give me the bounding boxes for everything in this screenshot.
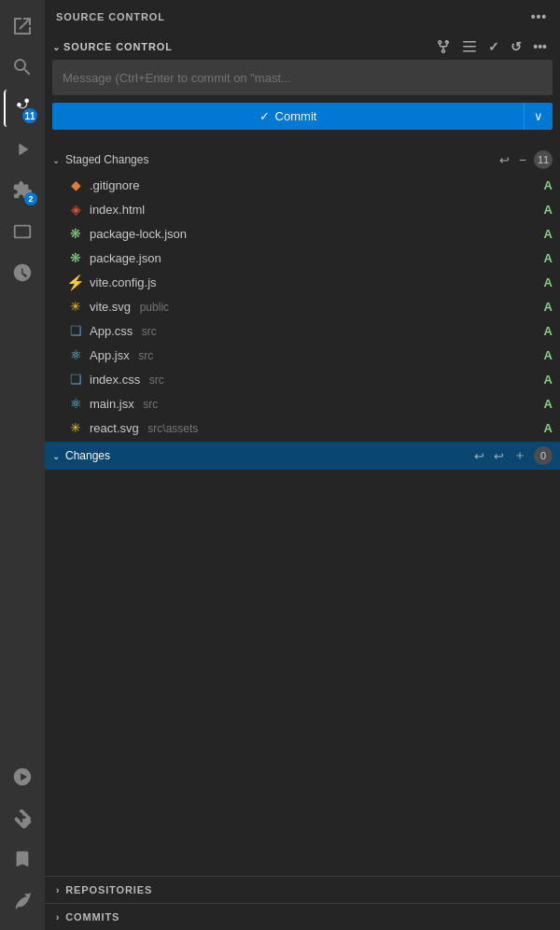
- commits-title: COMMITS: [65, 911, 119, 923]
- sc-more-icon[interactable]: •••: [531, 37, 549, 56]
- sc-section-title: SOURCE CONTROL: [63, 41, 173, 52]
- main-jsx-name: main.jsx src: [90, 397, 537, 411]
- activity-search[interactable]: [4, 49, 41, 86]
- changes-title: Changes: [65, 449, 110, 462]
- source-control-badge: 11: [22, 108, 37, 123]
- index-css-name: index.css src: [90, 373, 537, 387]
- changes-header[interactable]: ⌄ Changes ↩ ↩ ＋ 0: [45, 442, 560, 470]
- activity-extensions[interactable]: 2: [4, 172, 41, 209]
- branch-icon[interactable]: [434, 37, 453, 56]
- html-icon: ◈: [67, 201, 84, 218]
- app-css-status: A: [544, 324, 553, 338]
- chevron-down-icon[interactable]: ⌄: [52, 42, 60, 52]
- staged-changes-section: ⌄ Staged Changes ↩ − 11 ◆ .gitignore A ◈…: [45, 147, 560, 440]
- package-json-name: package.json: [90, 251, 537, 265]
- changes-discard-all-icon[interactable]: ↩: [492, 447, 506, 465]
- file-item-gitignore[interactable]: ◆ .gitignore A: [45, 173, 560, 197]
- index-css-status: A: [544, 373, 553, 387]
- changes-chevron-icon: ⌄: [52, 451, 60, 461]
- stage-minus-icon[interactable]: −: [517, 150, 528, 169]
- file-item-app-css[interactable]: ❑ App.css src A: [45, 318, 560, 343]
- gitignore-name: .gitignore: [90, 178, 537, 192]
- activity-bar: 11 2: [0, 0, 45, 930]
- staged-changes-title: Staged Changes: [65, 153, 148, 166]
- sc-header-icons: ✓ ↺ •••: [434, 37, 549, 56]
- package-lock-icon: ❋: [67, 225, 84, 242]
- vite-config-name: vite.config.js: [90, 275, 537, 289]
- activity-remote[interactable]: [4, 213, 41, 250]
- menu-icon[interactable]: [460, 37, 479, 56]
- panel-header: SOURCE CONTROL •••: [45, 0, 560, 34]
- changes-count-badge: 0: [534, 446, 553, 465]
- gitignore-status: A: [544, 178, 553, 192]
- app-jsx-status: A: [544, 348, 553, 362]
- file-item-index-css[interactable]: ❑ index.css src A: [45, 367, 560, 391]
- activity-source-control[interactable]: 11: [4, 90, 41, 127]
- html-name: index.html: [90, 203, 537, 217]
- main-jsx-icon: ⚛: [67, 395, 84, 412]
- check-icon[interactable]: ✓: [486, 37, 501, 56]
- staged-chevron-icon: ⌄: [52, 155, 60, 165]
- app-css-icon: ❑: [67, 322, 84, 339]
- panel-title: SOURCE CONTROL: [56, 11, 165, 22]
- vite-svg-status: A: [544, 300, 553, 314]
- staged-file-list: ◆ .gitignore A ◈ index.html A ❋ package-…: [45, 173, 560, 440]
- app-jsx-icon: ⚛: [67, 346, 84, 363]
- repositories-header[interactable]: › REPOSITORIES: [45, 876, 560, 903]
- html-status: A: [544, 203, 553, 217]
- index-css-dir: src: [149, 373, 164, 387]
- file-item-react-svg[interactable]: ✳ react.svg src\assets A: [45, 416, 560, 440]
- changes-plus-icon[interactable]: ＋: [511, 445, 528, 466]
- package-json-status: A: [544, 251, 553, 265]
- gitignore-icon: ◆: [67, 176, 84, 193]
- changes-header-right: ↩ ↩ ＋ 0: [472, 445, 553, 466]
- refresh-icon[interactable]: ↺: [509, 37, 524, 56]
- commit-message-input[interactable]: [52, 60, 553, 95]
- main-jsx-dir: src: [143, 398, 158, 411]
- vite-svg-name: vite.svg public: [90, 300, 537, 314]
- react-svg-dir: src\assets: [147, 422, 198, 435]
- staged-changes-header[interactable]: ⌄ Staged Changes ↩ − 11: [45, 147, 560, 173]
- package-json-icon: ❋: [67, 249, 84, 266]
- activity-explorer[interactable]: [4, 7, 41, 45]
- app-jsx-dir: src: [138, 349, 153, 362]
- activity-bookmark[interactable]: [4, 840, 41, 878]
- index-css-icon: ❑: [67, 371, 84, 388]
- extensions-badge: 2: [24, 192, 37, 205]
- activity-git[interactable]: [4, 799, 41, 837]
- activity-docker[interactable]: [4, 758, 41, 796]
- sc-section-header-left: ⌄ SOURCE CONTROL: [52, 41, 173, 52]
- commit-dropdown-button[interactable]: ∨: [524, 103, 553, 130]
- more-actions-button[interactable]: •••: [529, 7, 549, 26]
- panel-header-icons: •••: [529, 7, 549, 26]
- file-item-vite-config[interactable]: ⚡ vite.config.js A: [45, 270, 560, 294]
- package-lock-name: package-lock.json: [90, 227, 537, 241]
- file-item-app-jsx[interactable]: ⚛ App.jsx src A: [45, 343, 560, 367]
- vite-config-icon: ⚡: [67, 274, 84, 290]
- changes-stage-all-icon[interactable]: ↩: [472, 447, 486, 465]
- stage-discard-all-icon[interactable]: ↩: [497, 151, 511, 169]
- file-item-index-html[interactable]: ◈ index.html A: [45, 197, 560, 221]
- file-item-package-lock[interactable]: ❋ package-lock.json A: [45, 221, 560, 246]
- activity-timeline[interactable]: [4, 254, 41, 291]
- repos-chevron-icon: ›: [56, 885, 60, 895]
- changes-section: ⌄ Changes ↩ ↩ ＋ 0: [45, 442, 560, 470]
- app-css-name: App.css src: [90, 324, 537, 338]
- activity-run[interactable]: [4, 131, 41, 168]
- commit-button[interactable]: ✓ Commit: [52, 103, 524, 130]
- commits-header[interactable]: › COMMITS: [45, 903, 560, 930]
- file-item-vite-svg[interactable]: ✳ vite.svg public A: [45, 294, 560, 318]
- commit-checkmark: ✓: [259, 109, 270, 123]
- activity-leaf[interactable]: [4, 881, 41, 919]
- source-control-section: ⌄ SOURCE CONTROL ✓ ↺ •••: [45, 34, 560, 147]
- react-svg-name: react.svg src\assets: [90, 421, 537, 435]
- package-lock-status: A: [544, 227, 553, 241]
- file-item-main-jsx[interactable]: ⚛ main.jsx src A: [45, 391, 560, 416]
- changes-header-left: ⌄ Changes: [52, 449, 110, 462]
- vite-svg-dir: public: [140, 301, 169, 314]
- commit-button-container: ✓ Commit ∨: [52, 103, 553, 130]
- sidebar: SOURCE CONTROL ••• ⌄ SOURCE CONTROL: [45, 0, 560, 930]
- react-svg-icon: ✳: [67, 419, 84, 436]
- file-item-package-json[interactable]: ❋ package.json A: [45, 246, 560, 270]
- commit-dropdown-arrow: ∨: [534, 109, 543, 123]
